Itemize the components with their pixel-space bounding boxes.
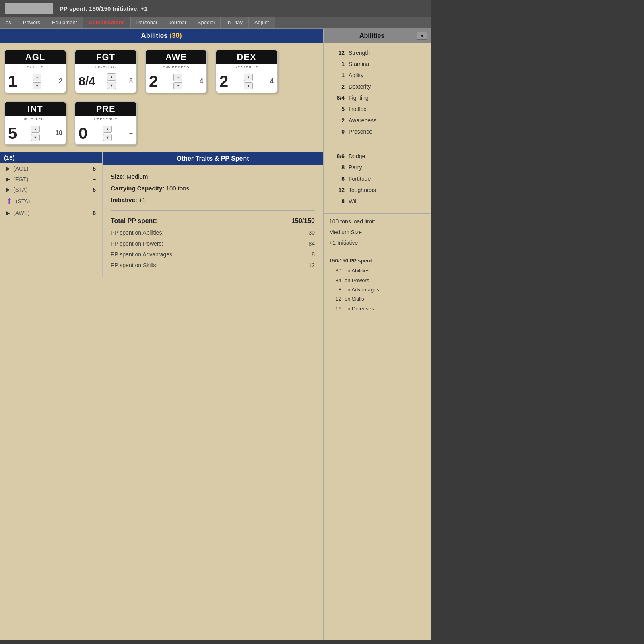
right-stat-presence: 0 Presence bbox=[329, 126, 425, 137]
stat-val-strength: 12 bbox=[329, 47, 345, 58]
tab-es[interactable]: es bbox=[0, 17, 17, 28]
agl-label: AGILITY bbox=[5, 64, 66, 70]
int-modifier: 10 bbox=[55, 130, 62, 137]
agl-up-btn[interactable]: ▲ bbox=[33, 74, 41, 81]
right-stat-strength: 12 Strength bbox=[329, 47, 425, 58]
dex-up-btn[interactable]: ▲ bbox=[244, 74, 253, 81]
skill-name-fgt: (FGT) bbox=[13, 176, 85, 182]
def-val-toughness: 12 bbox=[329, 184, 345, 196]
right-stat-awareness: 2 Awareness bbox=[329, 115, 425, 126]
fgt-value: 8/4 bbox=[78, 75, 95, 87]
skills-count: (16) bbox=[4, 154, 15, 161]
right-panel-scroll-btn[interactable]: ▼ bbox=[417, 32, 427, 40]
awe-down-btn[interactable]: ▼ bbox=[173, 82, 182, 89]
dex-value: 2 bbox=[219, 73, 228, 89]
skill-name-sta2: (STA) bbox=[16, 198, 85, 204]
int-value: 5 bbox=[8, 125, 17, 141]
agl-down-btn[interactable]: ▼ bbox=[33, 82, 41, 89]
right-stat-stamina: 1 Stamina bbox=[329, 58, 425, 70]
extra-line-2: +1 Initiative bbox=[329, 237, 425, 248]
skill-arrow-sta[interactable]: ▶ bbox=[6, 187, 10, 192]
skills-column: (16) ▶ (AGL) 5 ▶ (FGT) – ▶ ( bbox=[0, 152, 103, 277]
def-name-parry: Parry bbox=[349, 162, 362, 173]
right-divider-1 bbox=[324, 144, 431, 144]
fgt-down-btn[interactable]: ▼ bbox=[107, 82, 116, 89]
traits-divider bbox=[111, 210, 315, 211]
right-extra-info: 100 tons load limit Medium Size +1 Initi… bbox=[324, 216, 431, 248]
right-divider-2 bbox=[324, 213, 431, 214]
dex-down-btn[interactable]: ▼ bbox=[244, 82, 253, 89]
pp-advantages-value: 8 bbox=[312, 250, 315, 260]
int-up-btn[interactable]: ▲ bbox=[31, 126, 40, 133]
pre-down-btn[interactable]: ▼ bbox=[103, 134, 112, 141]
fgt-up-btn[interactable]: ▲ bbox=[107, 73, 116, 80]
awe-abbr: AWE bbox=[146, 50, 206, 64]
pre-label: PRESENCE bbox=[75, 116, 136, 122]
tab-personal[interactable]: Personal bbox=[131, 17, 163, 28]
pp-skills-value: 12 bbox=[308, 260, 315, 270]
tab-complications[interactable]: Complications bbox=[83, 17, 131, 28]
character-name-box bbox=[5, 3, 53, 14]
skill-arrow-awe[interactable]: ▶ bbox=[6, 210, 10, 216]
total-pp-line: Total PP spent: 150/150 bbox=[111, 215, 315, 227]
extra-line-1: Medium Size bbox=[329, 227, 425, 238]
stat-name-awareness: Awareness bbox=[349, 115, 376, 126]
pre-value: 0 bbox=[78, 125, 87, 141]
right-stat-dexterity: 2 Dexterity bbox=[329, 81, 425, 92]
top-bar: PP spent: 150/150 Initiative: +1 bbox=[0, 0, 431, 17]
dex-abbr: DEX bbox=[216, 50, 277, 64]
pp-advantages-line: PP spent on Advantages: 8 bbox=[111, 250, 315, 260]
ability-card-awe: AWE AWARENESS 2 ▲ ▼ 4 bbox=[145, 50, 207, 93]
skill-arrow-fgt[interactable]: ▶ bbox=[6, 176, 10, 182]
skill-arrow-sta2-icon[interactable]: ⬆ bbox=[6, 197, 12, 206]
dex-label: DEXTERITY bbox=[216, 64, 277, 70]
def-val-will: 8 bbox=[329, 196, 345, 207]
stat-name-intellect: Intellect bbox=[349, 103, 368, 115]
def-val-parry: 8 bbox=[329, 162, 345, 173]
ability-card-dex: DEX DEXTERITY 2 ▲ ▼ 4 bbox=[215, 50, 278, 93]
pp-rval-defenses: 16 bbox=[329, 304, 341, 313]
bottom-row: (16) ▶ (AGL) 5 ▶ (FGT) – ▶ ( bbox=[0, 152, 323, 277]
pp-advantages-label: PP spent on Advantages: bbox=[111, 250, 174, 260]
skill-val-sta: 5 bbox=[88, 186, 96, 193]
dex-spinners: ▲ ▼ bbox=[244, 74, 253, 89]
stat-val-agility: 1 bbox=[329, 70, 345, 81]
stat-name-fighting: Fighting bbox=[349, 92, 369, 103]
size-label: Size: bbox=[111, 173, 125, 180]
awe-modifier: 4 bbox=[200, 78, 203, 85]
int-label: INTELLECT bbox=[5, 116, 66, 122]
skill-arrow-agl[interactable]: ▶ bbox=[6, 166, 10, 171]
right-defenses-list: 8/6 Dodge 8 Parry 6 Fortitude 12 Toughne… bbox=[324, 147, 431, 211]
tab-special[interactable]: Special bbox=[192, 17, 221, 28]
int-down-btn[interactable]: ▼ bbox=[31, 134, 40, 141]
stat-name-dexterity: Dexterity bbox=[349, 81, 371, 92]
tab-powers[interactable]: Powers bbox=[17, 17, 46, 28]
pp-row-abilities: 30 on Abilities bbox=[329, 266, 425, 275]
pre-up-btn[interactable]: ▲ bbox=[103, 126, 112, 133]
int-abbr: INT bbox=[5, 102, 66, 116]
pp-rval-skills: 12 bbox=[329, 294, 341, 303]
pp-rlabel-defenses: on Defenses bbox=[345, 304, 374, 313]
awe-up-btn[interactable]: ▲ bbox=[173, 74, 182, 81]
stat-val-fighting: 8/4 bbox=[329, 92, 345, 103]
agl-value: 1 bbox=[8, 73, 17, 89]
skill-row-awe: ▶ (AWE) 6 bbox=[0, 208, 102, 218]
fgt-modifier: 8 bbox=[129, 78, 133, 85]
int-spinners: ▲ ▼ bbox=[31, 126, 40, 141]
skill-row-sta2: ⬆ (STA) bbox=[0, 195, 102, 208]
def-val-dodge: 8/6 bbox=[329, 151, 345, 162]
pp-initiative-info: PP spent: 150/150 Initiative: +1 bbox=[60, 5, 148, 12]
stat-val-intellect: 5 bbox=[329, 103, 345, 115]
tab-bar: es Powers Equipment Complications Person… bbox=[0, 17, 431, 29]
abilities-count: (30) bbox=[169, 32, 182, 39]
skill-name-sta: (STA) bbox=[13, 186, 85, 193]
abilities-section-header: Abilities (30) bbox=[0, 29, 323, 43]
pp-rval-abilities: 30 bbox=[329, 266, 341, 275]
extra-line-0: 100 tons load limit bbox=[329, 216, 425, 227]
tab-inplay[interactable]: In-Play bbox=[221, 17, 248, 28]
tab-equipment[interactable]: Equipment bbox=[46, 17, 83, 28]
tab-journal[interactable]: Journal bbox=[163, 17, 192, 28]
tab-adjust[interactable]: Adjust bbox=[249, 17, 275, 28]
skills-list: ▶ (AGL) 5 ▶ (FGT) – ▶ (STA) 5 bbox=[0, 163, 102, 222]
fgt-spinners: ▲ ▼ bbox=[107, 73, 116, 89]
